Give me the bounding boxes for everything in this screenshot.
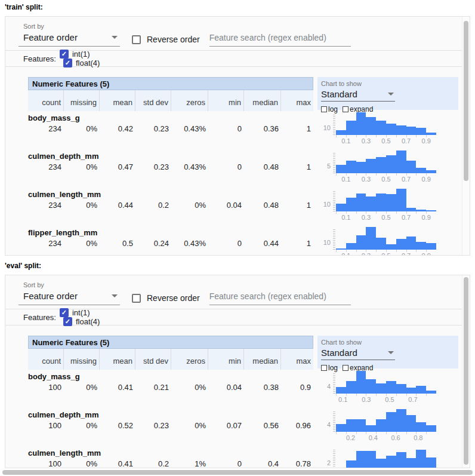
stats-content: Numeric Features (5) countmissingmeanstd… — [5, 325, 470, 468]
histogram-bar — [346, 419, 356, 432]
chart-to-show-box: Chart to show Standard log expand — [317, 336, 458, 368]
feature-name: body_mass_g — [28, 113, 313, 123]
y-axis-ticks — [333, 228, 335, 250]
histogram-plot — [336, 447, 436, 468]
charts-column: Chart to show Standard log expand — [317, 77, 458, 256]
feature-rows: body_mass_g 2340%0.420.230.43%00.361 cul… — [28, 111, 313, 256]
stat-value: 0% — [64, 459, 100, 468]
stat-value: 0.48 — [244, 201, 281, 210]
stat-value: 0.4 — [244, 459, 281, 468]
column-header: mean — [100, 349, 135, 370]
type-filter-label: float(4) — [76, 317, 100, 326]
vertical-scrollbar-thumb[interactable] — [464, 21, 468, 181]
sort-by-dropdown[interactable]: Sort by Feature order — [18, 23, 120, 47]
chart-type-dropdown[interactable]: Standard — [321, 89, 395, 102]
stat-value: 1 — [281, 162, 313, 171]
table-title: Numeric Features (5) — [28, 336, 313, 349]
toolbar: Sort by Feature order Reverse order — [5, 17, 470, 50]
histogram-bar — [376, 157, 386, 173]
x-axis-tick-label: 0.2 — [346, 434, 355, 441]
stat-value: 0 — [208, 162, 244, 171]
column-header: count — [28, 349, 64, 370]
histogram-bar — [376, 459, 386, 468]
histogram-bar — [416, 450, 426, 468]
histogram-bar — [396, 125, 406, 135]
stat-value: 0% — [171, 421, 208, 430]
stat-value: 0.5 — [100, 239, 135, 248]
stat-value: 0% — [64, 421, 100, 430]
feature-search-input[interactable] — [209, 33, 351, 42]
stat-value: 0.41 — [100, 459, 135, 468]
y-axis-tick-label: 4 — [317, 383, 331, 390]
stat-value: 0 — [208, 124, 244, 133]
split-label: 'eval' split: — [5, 262, 475, 270]
feature-name: culmen_depth_mm — [28, 152, 313, 161]
histogram-bar — [336, 130, 346, 135]
feature-rows: body_mass_g 1000%0.410.210%0.040.380.9 c… — [28, 370, 313, 468]
stat-value: 234 — [28, 162, 64, 171]
chart-to-show-box: Chart to show Standard log expand — [317, 77, 458, 110]
type-filter-float4[interactable]: float(4) — [63, 59, 100, 67]
chart-type-dropdown[interactable]: Standard — [321, 348, 395, 360]
reverse-order-label: Reverse order — [147, 293, 200, 303]
type-filter-checkbox[interactable] — [60, 50, 69, 59]
x-axis-tick-label: 0.3 — [362, 252, 371, 256]
column-header: mean — [100, 90, 135, 111]
histogram-bar — [406, 458, 417, 468]
histogram-bar — [426, 457, 436, 468]
x-axis-tick-label: 0.7 — [402, 214, 411, 221]
histogram-bar — [416, 242, 426, 250]
vertical-scrollbar-thumb[interactable] — [464, 277, 468, 465]
histogram-bar — [416, 386, 426, 394]
stat-value: 0.23 — [135, 124, 171, 133]
split-stats-panel: Sort by Feature order Reverse order Feat… — [5, 16, 470, 256]
stat-value: 1 — [281, 201, 313, 210]
chart-type-value: Standard — [321, 89, 357, 99]
column-header-row: countmissingmeanstd devzerosminmedianmax — [28, 90, 313, 111]
type-filter-float4[interactable]: float(4) — [63, 317, 100, 326]
sort-by-value: Feature order — [23, 32, 78, 42]
horizontal-scrollbar-thumb[interactable] — [2, 470, 473, 475]
y-axis-tick-label: 10 — [317, 201, 331, 208]
histogram-bar — [356, 371, 366, 394]
stat-value: 0.04 — [208, 201, 244, 210]
column-header: zeros — [171, 90, 208, 111]
x-axis-labels: 0.10.30.50.70.9 — [336, 214, 436, 222]
feature-search-input[interactable] — [209, 291, 351, 301]
type-filter-int1[interactable]: int(1) — [60, 50, 100, 59]
column-header-row: countmissingmeanstd devzerosminmedianmax — [28, 349, 313, 370]
y-axis-tick-label: 4 — [317, 421, 331, 428]
stat-value: 0.24 — [135, 239, 171, 248]
x-axis-tick-label: 0.7 — [402, 176, 411, 183]
x-axis-labels: 0.10.30.50.7 — [336, 396, 436, 404]
split-section-train: 'train' split: Sort by Feature order Rev… — [0, 3, 475, 256]
chart-type-value: Standard — [321, 348, 357, 358]
stat-value: 0.52 — [100, 421, 135, 430]
column-header: median — [244, 349, 281, 370]
x-axis-tick-label: 0.5 — [381, 137, 390, 145]
x-axis-tick-label: 0.7 — [402, 252, 411, 256]
histogram-bar — [416, 128, 426, 135]
stat-value: 0% — [64, 124, 100, 133]
histogram-bar — [356, 235, 366, 250]
type-filter-int1[interactable]: int(1) — [60, 308, 100, 317]
type-filter-checkbox[interactable] — [63, 59, 72, 67]
stat-value: 0 — [208, 239, 244, 248]
sort-by-value: Feature order — [23, 291, 78, 301]
histogram-bar — [336, 468, 346, 468]
horizontal-scrollbar — [0, 469, 475, 476]
column-header: zeros — [171, 349, 208, 370]
stat-value: 234 — [28, 124, 64, 133]
type-filter-checkbox[interactable] — [60, 308, 69, 317]
x-axis-tick-label: 0.3 — [362, 214, 371, 221]
sort-by-caption: Sort by — [18, 23, 120, 30]
reverse-order-checkbox[interactable] — [132, 294, 141, 303]
y-axis-ticks — [333, 113, 335, 135]
reverse-order-checkbox[interactable] — [132, 35, 141, 44]
charts-list: 4 0.10.30.50.7 4 0.20.40.60.8 2 — [317, 368, 458, 468]
feature-stats: 1000%0.410.21%00.40.78 — [28, 459, 313, 468]
feature-histogram: 10 0.10.30.50.70.9 — [317, 186, 458, 225]
chevron-down-icon — [388, 351, 394, 354]
sort-by-dropdown[interactable]: Sort by Feature order — [18, 281, 120, 305]
type-filter-checkbox[interactable] — [63, 317, 72, 326]
